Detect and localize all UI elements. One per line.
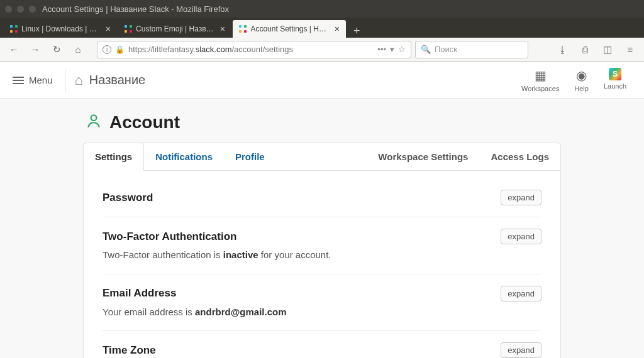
workspaces-label: Workspaces (521, 85, 559, 92)
browser-tabstrip: Linux | Downloads | Slac… × Custom Emoji… (0, 18, 644, 38)
tab-close-icon[interactable]: × (220, 24, 225, 34)
browser-tab[interactable]: Linux | Downloads | Slac… × (4, 20, 117, 38)
tab-settings[interactable]: Settings (83, 143, 144, 171)
window-maximize[interactable] (29, 6, 36, 13)
help-icon: ◉ (576, 68, 587, 83)
workspace-name[interactable]: ⌂ Название (75, 72, 146, 89)
section-title: Time Zone (103, 344, 156, 357)
site-info-icon[interactable]: i (103, 45, 111, 54)
tabs-right: Workspace Settings Access Logs (367, 143, 560, 170)
tab-close-icon[interactable]: × (335, 24, 340, 34)
slack-header: Menu ⌂ Название ▦ Workspaces ◉ Help S La… (0, 62, 644, 99)
tab-label: Custom Emoji | Названи… (136, 24, 214, 33)
browser-navbar: ← → ↻ ⌂ i 🔒 https://littlefantasy.slack.… (0, 38, 644, 62)
page-title: Account (86, 112, 561, 133)
svg-point-0 (91, 115, 97, 121)
url-text: https://littlefantasy.slack.com/account/… (128, 45, 374, 54)
expand-button[interactable]: expand (501, 229, 541, 244)
more-icon[interactable]: ••• (377, 45, 386, 54)
slack-favicon-icon (10, 24, 18, 33)
tabs-row: Settings Notifications Profile Workspace… (84, 143, 560, 171)
window-titlebar: Account Settings | Название Slack - Mozi… (0, 0, 644, 18)
window-minimize[interactable] (17, 6, 24, 13)
tab-profile[interactable]: Profile (224, 143, 276, 170)
launch-button[interactable]: S Launch (604, 68, 626, 92)
bookmark-icon[interactable]: ☆ (398, 45, 406, 54)
section-two-factor: Two-Factor Authentication expand Two-Fac… (103, 217, 541, 274)
page-body: Account Settings Notifications Profile W… (0, 99, 644, 358)
reload-button[interactable]: ↻ (48, 41, 65, 58)
url-bar[interactable]: i 🔒 https://littlefantasy.slack.com/acco… (97, 41, 411, 58)
navbar-right-icons: ⭳ ⎙ ◫ ≡ (553, 41, 639, 58)
expand-button[interactable]: expand (501, 190, 541, 205)
page-title-text: Account (109, 112, 180, 133)
window-controls (5, 6, 36, 13)
search-bar[interactable]: 🔍 Поиск (415, 41, 528, 58)
launch-label: Launch (604, 82, 626, 90)
reader-icon[interactable]: ▾ (390, 45, 394, 54)
slack-favicon-icon (239, 24, 247, 33)
search-icon: 🔍 (421, 45, 431, 54)
window-title: Account Settings | Название Slack - Mozi… (42, 4, 229, 14)
sections: Password expand Two-Factor Authenticatio… (84, 171, 560, 358)
tab-label: Linux | Downloads | Slac… (21, 24, 99, 33)
slack-favicon-icon (125, 24, 132, 33)
help-label: Help (574, 85, 589, 92)
header-right: ▦ Workspaces ◉ Help S Launch (521, 68, 626, 92)
browser-tab[interactable]: Custom Emoji | Названи… × (118, 20, 231, 38)
settings-card: Settings Notifications Profile Workspace… (83, 143, 561, 358)
section-title: Two-Factor Authentication (103, 231, 236, 243)
browser-tab-active[interactable]: Account Settings | Назв… × (233, 20, 346, 38)
section-email: Email Address expand Your email address … (103, 274, 541, 332)
workspaces-button[interactable]: ▦ Workspaces (521, 68, 559, 92)
help-button[interactable]: ◉ Help (574, 68, 589, 92)
tab-notifications[interactable]: Notifications (144, 143, 224, 170)
downloads-icon[interactable]: ⭳ (553, 41, 571, 58)
section-password: Password expand (103, 178, 541, 217)
window-close[interactable] (5, 6, 12, 13)
section-timezone: Time Zone expand Slack uses your time zo… (103, 331, 541, 358)
burger-icon (13, 77, 24, 84)
firefox-window: Account Settings | Название Slack - Mozi… (0, 0, 644, 358)
section-title: Password (103, 192, 153, 204)
lock-icon: 🔒 (115, 45, 125, 54)
slack-icon: S (609, 68, 621, 80)
menu-button[interactable]: Menu (13, 75, 64, 85)
section-description: Your email address is andrbrd@gmail.com (103, 305, 541, 320)
home-icon: ⌂ (75, 72, 83, 89)
library-icon[interactable]: ⎙ (576, 41, 594, 58)
grid-icon: ▦ (535, 68, 547, 83)
menu-icon[interactable]: ≡ (621, 41, 639, 58)
tab-access-logs[interactable]: Access Logs (479, 143, 560, 170)
new-tab-button[interactable]: + (347, 24, 367, 38)
section-title: Email Address (103, 287, 176, 300)
back-button[interactable]: ← (5, 41, 23, 58)
section-description: Two-Factor authentication is inactive fo… (103, 248, 541, 263)
tab-label: Account Settings | Назв… (250, 24, 328, 33)
person-icon (86, 112, 102, 133)
home-button[interactable]: ⌂ (69, 41, 87, 58)
expand-button[interactable]: expand (501, 286, 541, 301)
forward-button[interactable]: → (26, 41, 44, 58)
expand-button[interactable]: expand (501, 342, 541, 358)
menu-label: Menu (29, 75, 53, 85)
page-content: Menu ⌂ Название ▦ Workspaces ◉ Help S La… (0, 62, 644, 358)
tab-close-icon[interactable]: × (106, 24, 111, 34)
page-inner: Account Settings Notifications Profile W… (83, 99, 561, 358)
workspace-label: Название (89, 73, 145, 87)
search-placeholder: Поиск (435, 45, 457, 54)
sidebar-icon[interactable]: ◫ (599, 41, 616, 58)
tab-workspace-settings[interactable]: Workspace Settings (367, 143, 479, 170)
divider (65, 69, 66, 92)
